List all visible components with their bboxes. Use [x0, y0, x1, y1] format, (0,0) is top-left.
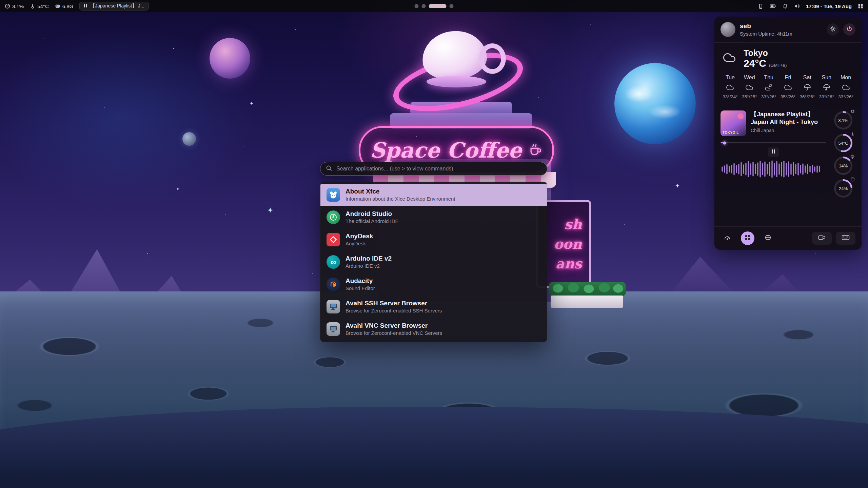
memory-gauge-value: 14% [834, 157, 852, 175]
gear-icon [850, 154, 855, 160]
forecast-day-label: Wed [744, 75, 755, 81]
launcher-result-row[interactable]: ∞ Arduino IDE v2Arduino IDE v2 [320, 251, 547, 273]
result-subtitle: Information about the Xfce Desktop Envir… [346, 196, 455, 202]
result-title: About Xfce [346, 188, 455, 195]
launcher-result-row[interactable]: Avahi VNC Server BrowserBrowse for Zeroc… [320, 318, 547, 340]
media-card: TOKYO L 【Japanese Playlist】 Japan All Ni… [714, 105, 862, 226]
workspace-dot[interactable] [415, 4, 419, 8]
workspace-dot[interactable] [422, 4, 426, 8]
forecast-temps: 35°/26° [781, 94, 796, 99]
avahi-icon [327, 300, 340, 313]
network-button[interactable] [761, 231, 775, 245]
result-subtitle: Sound Editor [346, 286, 375, 291]
temperature-gauge-value: 54°C [834, 134, 852, 152]
avahi-icon [327, 322, 340, 336]
settings-button[interactable] [827, 23, 839, 36]
disk-gauge-value: 24% [834, 179, 852, 198]
xfce-logo-icon [327, 188, 340, 202]
pause-icon [84, 3, 87, 9]
temperature-indicator[interactable]: 54°C [30, 3, 49, 9]
cup-handle [479, 43, 506, 74]
shop-planter [551, 296, 623, 308]
forecast-day: Mon 33°/26° [836, 75, 855, 99]
app-grid-icon[interactable] [858, 3, 863, 9]
top-panel: 3.1% 54°C 6.8G 【Japanese Playlist】 J... … [0, 0, 868, 12]
forecast-temps: 33°/26° [761, 94, 776, 99]
battery-icon[interactable] [770, 4, 776, 8]
forecast-temps: 35°/25° [742, 94, 757, 99]
media-title: 【Japanese Playlist】 Japan All Night - To… [751, 110, 826, 126]
weather-city: Tokyo [744, 48, 787, 58]
launcher-result-row[interactable]: Android StudioThe official Android IDE [320, 206, 547, 228]
result-subtitle: Arduino IDE v2 [346, 263, 392, 269]
purple-planet [210, 38, 250, 79]
forecast-day: Fri 35°/26° [778, 75, 798, 99]
launcher-result-row[interactable]: About XfceInformation about the Xfce Des… [320, 184, 547, 206]
launcher-result-row[interactable]: Avahi SSH Server BrowserBrowse for Zeroc… [320, 296, 547, 318]
cpu-usage-indicator[interactable]: 3.1% [5, 3, 24, 9]
forecast-temps: 36°/26° [800, 94, 815, 99]
app-grid-button[interactable] [741, 231, 754, 245]
earth-planet [614, 63, 696, 144]
grid-icon [745, 235, 751, 242]
clock[interactable]: 17:09 - Tue, 19 Aug [806, 3, 852, 9]
system-uptime: System Uptime: 4h11m [740, 31, 822, 37]
cup-saucer [427, 76, 486, 87]
media-progress-bar[interactable] [721, 142, 826, 143]
forecast-temps: 33°/26° [838, 94, 853, 99]
globe-icon [764, 234, 772, 243]
launcher-result-row[interactable]: AudacitySound Editor [320, 273, 547, 296]
search-input[interactable] [336, 165, 541, 172]
anydesk-icon [327, 233, 340, 246]
forecast-day: Sat 36°/26° [797, 75, 817, 99]
forecast-day-label: Thu [764, 75, 773, 81]
disk-gauge: 24% [834, 179, 852, 198]
cloud-icon [745, 83, 753, 92]
media-progress-knob[interactable] [723, 141, 726, 144]
window-neon-text: ans [555, 256, 582, 271]
control-center: seb System Uptime: 4h11m Tokyo 24°C (GMT… [714, 17, 862, 250]
workspace-switcher[interactable] [415, 0, 454, 12]
dashboard-button[interactable] [721, 231, 734, 245]
forecast-day-label: Tue [726, 75, 735, 81]
pause-button[interactable] [768, 147, 779, 157]
topbar-right-cluster: 17:09 - Tue, 19 Aug [758, 3, 863, 9]
launcher-search-bar[interactable] [320, 162, 547, 176]
coffee-cup-icon [528, 142, 543, 158]
cpu-gauge-value: 3.1% [834, 111, 852, 129]
power-button[interactable] [843, 23, 855, 36]
topbar-music-widget[interactable]: 【Japanese Playlist】 J... [79, 2, 149, 11]
cpu-gauge: 3.1% [834, 111, 852, 129]
shop-plants [549, 282, 626, 296]
cloud-icon [721, 51, 738, 66]
weather-card: Tokyo 24°C (GMT+9) Tue 33°/24° Wed 35°/2… [714, 42, 862, 105]
keyboard-icon [842, 235, 850, 242]
memory-indicator[interactable]: 6.8G [55, 3, 74, 9]
video-camera-icon [818, 235, 826, 242]
phone-icon[interactable] [758, 3, 764, 9]
cpu-usage-value: 3.1% [12, 3, 24, 9]
result-subtitle: The official Android IDE [346, 219, 398, 224]
user-name: seb [740, 22, 822, 30]
launcher-result-row[interactable]: AnyDeskAnyDesk [320, 228, 547, 251]
small-moon [182, 132, 196, 146]
foreground-dune [0, 407, 868, 488]
forecast-day: Thu 33°/26° [759, 75, 778, 99]
forecast-day: Wed 35°/25° [740, 75, 759, 99]
workspace-dot[interactable] [450, 4, 454, 8]
workspace-active-pill[interactable] [429, 4, 447, 8]
result-title: Android Studio [346, 210, 398, 218]
forecast-day-label: Sun [822, 75, 831, 81]
topbar-music-label: 【Japanese Playlist】 J... [90, 3, 144, 9]
weather-timezone: (GMT+9) [769, 63, 787, 68]
disk-icon [850, 177, 855, 183]
volume-icon[interactable] [794, 3, 800, 9]
screen-record-button[interactable] [812, 232, 832, 245]
keyboard-button[interactable] [836, 232, 855, 245]
system-gauges: 3.1% 54°C 14% 24% [831, 110, 855, 221]
avatar [721, 22, 735, 37]
result-title: Audacity [346, 278, 375, 285]
bell-icon[interactable] [783, 3, 788, 9]
app-launcher: About XfceInformation about the Xfce Des… [320, 162, 547, 342]
forecast-temps: 33°/24° [723, 94, 738, 99]
